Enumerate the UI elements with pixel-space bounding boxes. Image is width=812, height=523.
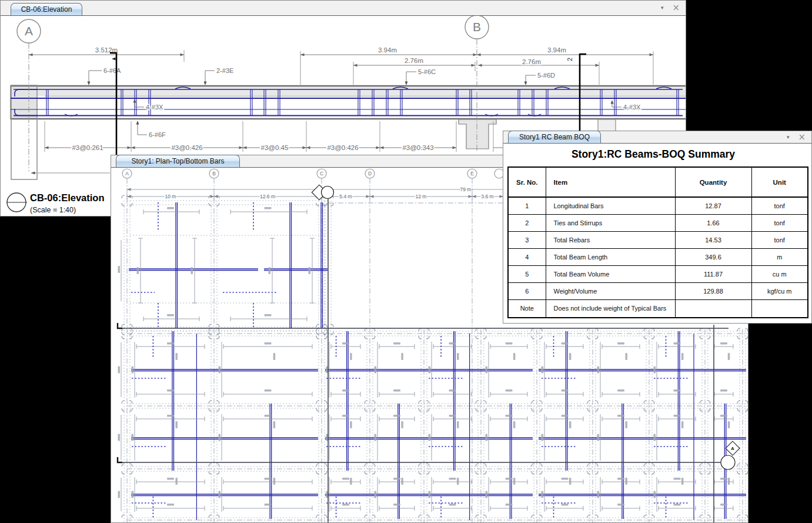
- boq-cell: 12.87: [675, 197, 751, 214]
- plan-dim-label: 10 m: [165, 194, 176, 199]
- boq-cell: 14.53: [675, 231, 751, 248]
- boq-titlebar: Story1 RC Beam BOQ ▾ ×: [503, 131, 811, 144]
- stirrup-dim-label: #3@0.261: [72, 144, 103, 151]
- grid-bubble-label: A: [125, 171, 129, 176]
- boq-window: Story1 RC Beam BOQ ▾ × Story1:RC Beams-B…: [503, 131, 812, 324]
- boq-report-title: Story1:RC Beams-BOQ Summary: [503, 148, 803, 161]
- table-row: 5 Total Beam Volume 111.87 cu m: [508, 265, 808, 282]
- grid-bubble-label: C: [320, 171, 323, 176]
- rebar-callout: 5-#6D: [537, 72, 555, 79]
- table-row: 3 Total Rebars 14.53 tonf: [508, 231, 808, 248]
- plan-dim-label: 3.6 m: [481, 194, 493, 199]
- boq-header-cell: Unit: [751, 167, 808, 197]
- dim-label: 3.94m: [378, 46, 397, 54]
- boq-cell: [675, 299, 751, 318]
- table-row: 6 Weight/Volume 129.88 kgf/cu m: [508, 282, 808, 299]
- boq-cell: 2: [508, 214, 546, 231]
- boq-cell: Ties and Stirrups: [546, 214, 675, 231]
- boq-window-controls: ▾ ×: [787, 131, 806, 143]
- boq-cell: 6: [508, 282, 546, 299]
- dim-label: 3.94m: [547, 46, 566, 54]
- boq-cell: tonf: [751, 197, 808, 214]
- rebar-callout: 6-#6A: [103, 67, 121, 74]
- view-title: CB-06:Elevation: [30, 192, 105, 203]
- grid-bubble-label: E: [470, 171, 474, 176]
- boq-cell: tonf: [751, 214, 808, 231]
- plan-dim-label: 5.4 m: [339, 194, 352, 199]
- boq-cell: Does not include weight of Typical Bars: [546, 299, 675, 318]
- tab-elevation[interactable]: CB-06:Elevation: [11, 3, 82, 15]
- rebar-callout: 5-#6C: [418, 68, 436, 75]
- boq-cell: Total Beam Length: [546, 248, 675, 265]
- table-row: Note Does not include weight of Typical …: [508, 299, 808, 318]
- stirrup-dim-label: #3@0.343: [402, 144, 433, 151]
- table-row: 4 Total Beam Length 349.6 m: [508, 248, 808, 265]
- plan-dim-label: 12 m: [416, 194, 427, 199]
- boq-cell: m: [751, 248, 808, 265]
- grid-bubble-label: B: [473, 20, 481, 34]
- rebar-callout: 6-#6F: [149, 131, 166, 138]
- grid-bubble-label: B: [212, 171, 216, 176]
- boq-cell: Longitudinal Bars: [546, 197, 675, 214]
- boq-cell: Weight/Volume: [546, 282, 675, 299]
- boq-cell: 1.66: [675, 214, 751, 231]
- stirrup-dim-label: #3@0.45: [261, 144, 289, 151]
- tab-plan-label: Story1: Plan-Top/Bottom Bars: [131, 157, 224, 165]
- close-icon[interactable]: ×: [798, 133, 806, 142]
- tab-boq[interactable]: Story1 RC Beam BOQ: [508, 131, 601, 143]
- boq-header-row: Sr. No. Item Quantity Unit: [508, 167, 808, 197]
- boq-cell: Note: [508, 299, 546, 318]
- table-row: 2 Ties and Stirrups 1.66 tonf: [508, 214, 808, 231]
- close-icon[interactable]: ×: [672, 4, 680, 12]
- tab-plan[interactable]: Story1: Plan-Top/Bottom Bars: [116, 155, 240, 167]
- boq-cell: Total Beam Volume: [546, 265, 675, 282]
- stirrup-dim-label: #3@0.426: [171, 144, 202, 151]
- plan-dim-label: 12.6 m: [260, 194, 275, 199]
- view-scale: (Scale = 1:40): [30, 206, 76, 214]
- dim-label: 2.76m: [522, 58, 541, 65]
- section-marker-label: A: [731, 446, 734, 451]
- stirrup-dim-label: #3@0.426: [327, 144, 358, 151]
- boq-header-cell: Quantity: [675, 167, 751, 197]
- boq-cell: Total Rebars: [546, 231, 675, 248]
- grid-bubble-label: D: [368, 171, 372, 176]
- plan-dim-label: 79 m: [460, 186, 472, 192]
- boq-cell: 111.87: [675, 265, 751, 282]
- desktop: CB-06:Elevation ▾ × AB3.512m3.94m3.94m2.…: [0, 0, 812, 523]
- boq-cell: 4: [508, 248, 546, 265]
- grid-bubble-label: A: [25, 24, 33, 38]
- boq-header-cell: Sr. No.: [508, 167, 546, 197]
- boq-header-cell: Item: [546, 167, 675, 197]
- rebar-callout: 2-#3E: [216, 67, 233, 74]
- boq-cell: 3: [508, 231, 546, 248]
- boq-cell: 1: [508, 197, 546, 214]
- boq-cell: 129.88: [675, 282, 751, 299]
- boq-cell: cu m: [751, 265, 808, 282]
- section-cut-label: 2: [566, 58, 573, 61]
- tab-boq-label: Story1 RC Beam BOQ: [519, 133, 590, 141]
- boq-cell: 5: [508, 265, 546, 282]
- rebar-callout: 4-#3X: [146, 104, 163, 111]
- boq-cell: 349.6: [675, 248, 751, 265]
- collapse-icon[interactable]: ▾: [661, 5, 664, 11]
- dim-label: 2.76m: [405, 57, 423, 64]
- boq-report: Story1:RC Beams-BOQ Summary Sr. No. Item…: [503, 144, 811, 323]
- table-row: 1 Longitudinal Bars 12.87 tonf: [508, 197, 808, 214]
- elevation-window-controls: ▾ ×: [661, 1, 680, 15]
- tab-elevation-label: CB-06:Elevation: [21, 5, 72, 14]
- boq-cell: kgf/cu m: [751, 282, 808, 299]
- boq-cell: tonf: [751, 231, 808, 248]
- boq-cell: [751, 299, 808, 318]
- rebar-callout: 4-#3X: [623, 104, 641, 111]
- elevation-titlebar: CB-06:Elevation ▾ ×: [1, 1, 686, 16]
- collapse-icon[interactable]: ▾: [787, 135, 790, 140]
- boq-table: Sr. No. Item Quantity Unit 1 Longitudina…: [507, 166, 808, 318]
